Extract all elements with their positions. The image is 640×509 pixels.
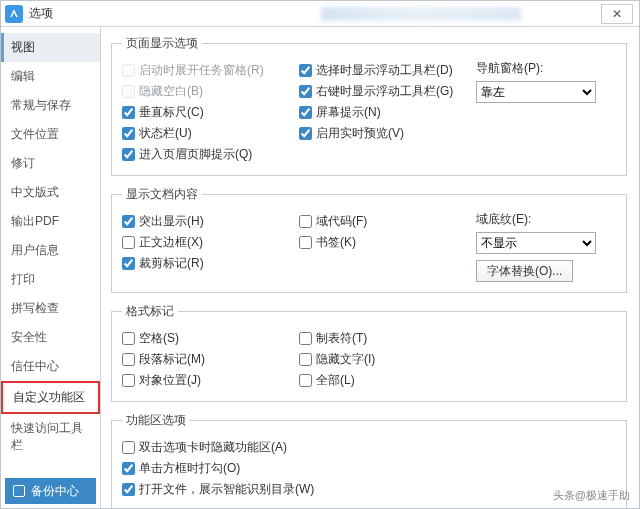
pd-c1-1: 隐藏空白(B) — [122, 81, 299, 102]
sidebar-item-11[interactable]: 信任中心 — [1, 352, 100, 381]
pd-c2-0[interactable]: 选择时显示浮动工具栏(D) — [299, 60, 476, 81]
fm-c1-checkbox-0[interactable] — [122, 332, 135, 345]
pd-c1-label-2: 垂直标尺(C) — [139, 104, 204, 121]
dc-c1-1[interactable]: 正文边框(X) — [122, 232, 299, 253]
pd-c1-2[interactable]: 垂直标尺(C) — [122, 102, 299, 123]
dc-c2-0[interactable]: 域代码(F) — [299, 211, 476, 232]
sidebar-item-5[interactable]: 中文版式 — [1, 178, 100, 207]
field-shading-select[interactable]: 不显示 — [476, 232, 596, 254]
pd-c1-4[interactable]: 进入页眉页脚提示(Q) — [122, 144, 299, 165]
sidebar-item-3[interactable]: 文件位置 — [1, 120, 100, 149]
font-substitution-button[interactable]: 字体替换(O)... — [476, 260, 573, 282]
pd-c1-checkbox-3[interactable] — [122, 127, 135, 140]
backup-center-button[interactable]: 备份中心 — [5, 478, 96, 504]
group-doc-content: 显示文档内容 突出显示(H)正文边框(X)裁剪标记(R) 域代码(F)书签(K)… — [111, 186, 627, 293]
pd-c1-label-1: 隐藏空白(B) — [139, 83, 203, 100]
watermark: 头条@极速手助 — [553, 488, 630, 503]
rb-2[interactable]: 打开文件，展示智能识别目录(W) — [122, 479, 616, 500]
dc-c1-checkbox-1[interactable] — [122, 236, 135, 249]
sidebar-item-1[interactable]: 编辑 — [1, 62, 100, 91]
dc-c2-label-1: 书签(K) — [316, 234, 356, 251]
rb-label-1: 单击方框时打勾(O) — [139, 460, 240, 477]
fm-c2-1[interactable]: 隐藏文字(I) — [299, 349, 476, 370]
dc-c2-checkbox-0[interactable] — [299, 215, 312, 228]
legend-format-marks: 格式标记 — [122, 303, 178, 320]
sidebar-item-13[interactable]: 快速访问工具栏 — [1, 414, 100, 460]
pd-c2-label-2: 屏幕提示(N) — [316, 104, 381, 121]
sidebar-item-2[interactable]: 常规与保存 — [1, 91, 100, 120]
nav-pane-select[interactable]: 靠左 — [476, 81, 596, 103]
dc-c1-label-1: 正文边框(X) — [139, 234, 203, 251]
pd-c1-checkbox-4[interactable] — [122, 148, 135, 161]
titlebar: 选项 ✕ — [1, 1, 639, 27]
pd-c2-label-3: 启用实时预览(V) — [316, 125, 404, 142]
dc-c2-label-0: 域代码(F) — [316, 213, 367, 230]
dc-c2-checkbox-1[interactable] — [299, 236, 312, 249]
pd-c2-checkbox-3[interactable] — [299, 127, 312, 140]
rb-label-0: 双击选项卡时隐藏功能区(A) — [139, 439, 287, 456]
fm-c2-0[interactable]: 制表符(T) — [299, 328, 476, 349]
fm-c1-1[interactable]: 段落标记(M) — [122, 349, 299, 370]
pd-c2-3[interactable]: 启用实时预览(V) — [299, 123, 476, 144]
pd-c1-checkbox-1 — [122, 85, 135, 98]
pd-c1-label-4: 进入页眉页脚提示(Q) — [139, 146, 252, 163]
app-icon — [5, 5, 23, 23]
rb-checkbox-2[interactable] — [122, 483, 135, 496]
pd-c1-3[interactable]: 状态栏(U) — [122, 123, 299, 144]
close-button[interactable]: ✕ — [601, 4, 633, 24]
rb-0[interactable]: 双击选项卡时隐藏功能区(A) — [122, 437, 616, 458]
sidebar: 视图编辑常规与保存文件位置修订中文版式输出PDF用户信息打印拼写检查安全性信任中… — [1, 27, 101, 508]
pd-c2-checkbox-0[interactable] — [299, 64, 312, 77]
fm-c2-label-0: 制表符(T) — [316, 330, 367, 347]
content-area: 页面显示选项 启动时展开任务窗格(R)隐藏空白(B)垂直标尺(C)状态栏(U)进… — [101, 27, 639, 508]
pd-c2-label-0: 选择时显示浮动工具栏(D) — [316, 62, 453, 79]
blurred-region — [321, 7, 521, 21]
pd-c2-1[interactable]: 右键时显示浮动工具栏(G) — [299, 81, 476, 102]
dc-c1-2[interactable]: 裁剪标记(R) — [122, 253, 299, 274]
backup-label: 备份中心 — [31, 483, 79, 500]
fm-c2-checkbox-2[interactable] — [299, 374, 312, 387]
fm-c1-checkbox-1[interactable] — [122, 353, 135, 366]
dc-c1-checkbox-0[interactable] — [122, 215, 135, 228]
pd-c1-checkbox-2[interactable] — [122, 106, 135, 119]
fm-c1-checkbox-2[interactable] — [122, 374, 135, 387]
pd-c1-label-0: 启动时展开任务窗格(R) — [139, 62, 264, 79]
nav-pane-label: 导航窗格(P): — [476, 60, 616, 77]
pd-c1-0: 启动时展开任务窗格(R) — [122, 60, 299, 81]
dc-c1-label-2: 裁剪标记(R) — [139, 255, 204, 272]
sidebar-item-4[interactable]: 修订 — [1, 149, 100, 178]
rb-checkbox-0[interactable] — [122, 441, 135, 454]
rb-1[interactable]: 单击方框时打勾(O) — [122, 458, 616, 479]
rb-label-2: 打开文件，展示智能识别目录(W) — [139, 481, 314, 498]
sidebar-item-8[interactable]: 打印 — [1, 265, 100, 294]
pd-c1-checkbox-0 — [122, 64, 135, 77]
pd-c2-checkbox-1[interactable] — [299, 85, 312, 98]
dc-c1-0[interactable]: 突出显示(H) — [122, 211, 299, 232]
dc-c2-1[interactable]: 书签(K) — [299, 232, 476, 253]
legend-page-display: 页面显示选项 — [122, 35, 202, 52]
fm-c2-label-1: 隐藏文字(I) — [316, 351, 375, 368]
fm-c2-label-2: 全部(L) — [316, 372, 355, 389]
pd-c2-2[interactable]: 屏幕提示(N) — [299, 102, 476, 123]
legend-ribbon-options: 功能区选项 — [122, 412, 190, 429]
fm-c2-2[interactable]: 全部(L) — [299, 370, 476, 391]
fm-c1-label-0: 空格(S) — [139, 330, 179, 347]
fm-c2-checkbox-0[interactable] — [299, 332, 312, 345]
window-title: 选项 — [29, 5, 53, 22]
pd-c2-checkbox-2[interactable] — [299, 106, 312, 119]
sidebar-item-10[interactable]: 安全性 — [1, 323, 100, 352]
sidebar-item-6[interactable]: 输出PDF — [1, 207, 100, 236]
dc-c1-checkbox-2[interactable] — [122, 257, 135, 270]
group-ribbon-options: 功能区选项 双击选项卡时隐藏功能区(A)单击方框时打勾(O)打开文件，展示智能识… — [111, 412, 627, 508]
sidebar-item-12[interactable]: 自定义功能区 — [1, 381, 100, 414]
fm-c2-checkbox-1[interactable] — [299, 353, 312, 366]
dc-c1-label-0: 突出显示(H) — [139, 213, 204, 230]
fm-c1-0[interactable]: 空格(S) — [122, 328, 299, 349]
fm-c1-label-1: 段落标记(M) — [139, 351, 205, 368]
sidebar-item-0[interactable]: 视图 — [1, 33, 100, 62]
sidebar-item-9[interactable]: 拼写检查 — [1, 294, 100, 323]
pd-c2-label-1: 右键时显示浮动工具栏(G) — [316, 83, 453, 100]
fm-c1-2[interactable]: 对象位置(J) — [122, 370, 299, 391]
sidebar-item-7[interactable]: 用户信息 — [1, 236, 100, 265]
rb-checkbox-1[interactable] — [122, 462, 135, 475]
